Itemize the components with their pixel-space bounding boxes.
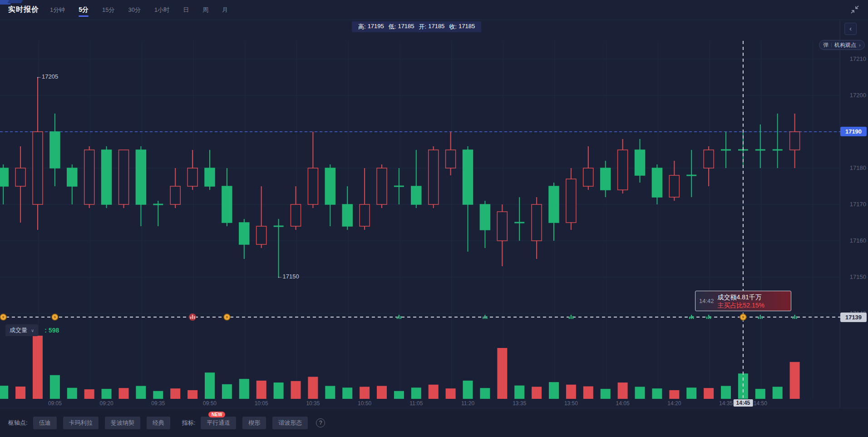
time-tick-label: 09:50	[203, 400, 217, 407]
time-tick-label: 13:50	[564, 400, 578, 407]
time-tick-label: 13:35	[513, 400, 526, 407]
price-tick-label: 17200	[840, 92, 866, 99]
indicator-label: 指标:	[182, 419, 196, 427]
pivot-button-1[interactable]: 卡玛利拉	[63, 417, 99, 429]
indicator-buttons: 平行通道楔形谐波形态	[201, 417, 314, 429]
volume-label: 成交量	[10, 326, 27, 334]
price-annotation: ←17205	[36, 73, 58, 80]
trading-app: 实时报价 1分钟5分15分30分1小时日周月 高:17195低:17185开:1…	[0, 0, 868, 437]
new-badge: NEW	[208, 412, 225, 417]
time-tick-label: 09:20	[100, 400, 113, 407]
price-tick-label: 17170	[840, 201, 866, 208]
help-icon[interactable]: ?	[316, 418, 325, 427]
time-tick-label-highlighted: 14:45	[734, 399, 753, 407]
time-tick-label: 14:05	[616, 400, 630, 407]
price-tick-label: 17210	[840, 55, 866, 62]
tooltip-time: 14:42	[699, 298, 714, 304]
volume-value: : 598	[44, 327, 59, 334]
volume-header: 成交量 ∨ : 598	[5, 324, 59, 336]
volume-indicator-dropdown[interactable]: 成交量 ∨	[5, 324, 38, 336]
tooltip-buy-ratio: 主买占比52.15%	[718, 301, 764, 309]
time-tick-label: 11:05	[409, 400, 423, 407]
price-tick-label: 17180	[840, 164, 866, 171]
pivot-button-3[interactable]: 经典	[147, 417, 170, 429]
time-tick-label: 11:20	[461, 400, 474, 407]
crosshair-price-badge: 17139	[840, 313, 867, 322]
time-tick-label: 09:05	[48, 400, 62, 407]
indicator-button-1[interactable]: 楔形	[242, 417, 266, 429]
hover-tooltip: 14:42 成交额4.81千万 主买占比52.15%	[695, 291, 791, 311]
pivot-button-2[interactable]: 斐波纳契	[105, 417, 140, 429]
current-price-badge: 17190	[840, 127, 867, 136]
time-tick-label: 14:20	[667, 400, 681, 407]
price-tick-label: 17150	[840, 273, 866, 280]
time-tick-label: 14:50	[754, 400, 767, 407]
price-annotation: ←17150	[277, 273, 299, 280]
bottom-toolbar: 枢轴点: 伍迪卡玛利拉斐波纳契经典 指标: 平行通道楔形谐波形态 ?	[0, 408, 868, 437]
time-tick-label: 09:35	[151, 400, 165, 407]
time-tick-label: 10:05	[255, 400, 268, 407]
tooltip-turnover: 成交额4.81千万	[718, 293, 764, 301]
time-tick-label: 10:35	[306, 400, 320, 407]
pivot-button-0[interactable]: 伍迪	[33, 417, 57, 429]
indicator-button-0[interactable]: 平行通道	[201, 417, 236, 429]
candlestick-chart[interactable]	[0, 0, 868, 437]
chevron-down-icon: ∨	[31, 328, 34, 333]
time-tick-label: 14:35	[719, 400, 733, 407]
pivot-buttons: 伍迪卡玛利拉斐波纳契经典	[33, 417, 177, 429]
pivot-label: 枢轴点:	[8, 419, 28, 427]
indicator-button-2[interactable]: 谐波形态	[272, 417, 308, 429]
time-tick-label: 10:50	[358, 400, 371, 407]
price-tick-label: 17160	[840, 237, 866, 244]
